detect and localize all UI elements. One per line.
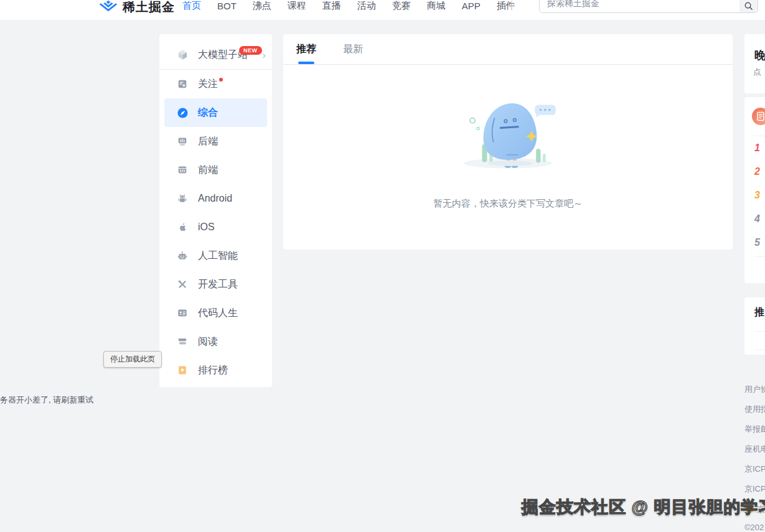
sidebar-item-label: 关注 [198,78,218,91]
nav-item-home[interactable]: 首页 [182,0,201,12]
sidebar-item-label: iOS [198,222,215,233]
rank-number: 3 [754,190,760,201]
footer-link-icp-1[interactable]: 京ICP [744,464,765,475]
sidebar-item-comprehensive[interactable]: 综合 [164,98,267,127]
nav-item-events[interactable]: 活动 [357,0,376,12]
nav-item-contest[interactable]: 竞赛 [392,0,411,12]
recommend-card-divider [754,331,765,332]
rank-number: 2 [754,166,760,177]
footer-link-icp-2[interactable]: 京ICP [744,483,765,495]
idcard-icon [176,307,189,319]
sidebar-item-backend[interactable]: 后端 [159,127,272,156]
book-icon [176,335,189,348]
article-rank-icon [752,108,765,128]
tab-latest[interactable]: 最新 [343,34,363,65]
sidebar-item-label: 后端 [198,135,218,148]
sidebar-item-label: 综合 [198,106,218,119]
recommend-card-title: 推 [754,306,764,319]
search-button[interactable] [739,0,758,12]
greeting-title: 晚 [754,48,765,63]
nav-item-courses[interactable]: 课程 [288,0,306,12]
active-tab-indicator [298,62,314,64]
nav-item-bot[interactable]: BOT [217,1,237,11]
sidebar-item-frontend[interactable]: 前端 [159,156,272,184]
sidebar-item-ranking[interactable]: 排行榜 [159,356,272,385]
browser-status-tooltip: 停止加载此页 [103,351,162,368]
new-badge: NEW [239,46,262,55]
follow-icon [176,78,189,90]
chevron-right-icon: › [262,50,266,60]
search-box [539,0,758,13]
sidebar-item-follow[interactable]: 关注 [159,70,272,98]
greeting-card: 晚 点 [744,34,765,93]
search-icon [744,1,753,12]
article-rank-card: 1 2 3 4 5 [744,97,765,283]
copyright-text: ©202 [744,523,764,532]
sidebar-item-label: 阅读 [198,335,218,348]
rank-number: 4 [754,213,760,225]
empty-state: 暂无内容，快来该分类下写文章吧～ [283,65,733,210]
footer-link-phone[interactable]: 座机电 [744,444,765,455]
sidebar-item-reading[interactable]: 阅读 [159,327,272,356]
empty-blob-illustration [449,96,567,172]
sidebar-item-career[interactable]: 代码人生 [159,299,272,327]
main-nav: 首页 BOT 沸点 课程 直播 活动 竞赛 商城 APP 插件 [174,0,523,13]
tab-recommended[interactable]: 推荐 [296,34,316,65]
sidebar-item-ios[interactable]: iOS [159,213,272,241]
sidebar-item-label: 排行榜 [198,364,228,377]
empty-state-text: 暂无内容，快来该分类下写文章吧～ [433,198,583,210]
category-sidebar: 大模型子站 NEW › 关注 综合 [159,34,272,387]
robot-icon [176,250,189,262]
recommend-card: 推 [744,297,765,355]
juejin-logo[interactable]: 稀土掘金 [99,0,175,16]
sidebar-item-label: Android [198,193,232,204]
footer-link-user-agreement[interactable]: 用户协 [744,384,765,395]
recommend-card-divider [754,350,765,350]
red-dot-badge [219,78,223,82]
top-nav-bar: 稀土掘金 首页 BOT 沸点 课程 直播 活动 竞赛 商城 APP 插件 [0,0,765,21]
greeting-subtitle[interactable]: 点 [753,67,761,78]
right-rail: 晚 点 1 2 3 [744,34,765,355]
nav-item-app[interactable]: APP [462,1,481,11]
rank-row[interactable]: 2 [754,160,765,184]
rank-row[interactable]: 3 [754,184,765,207]
nav-divider [512,1,512,11]
sidebar-item-label: 代码人生 [198,307,238,320]
search-input[interactable] [540,0,739,12]
compass-icon [176,106,189,119]
juejin-page: 稀土掘金 首页 BOT 沸点 课程 直播 活动 竞赛 商城 APP 插件 [0,0,765,532]
rank-row[interactable]: 4 [754,207,765,231]
rank-row[interactable]: 1 [754,136,765,160]
sidebar-item-label: 人工智能 [198,250,238,263]
android-icon [176,192,189,205]
footer-link-report-email[interactable]: 举报邮 [744,424,765,435]
sidebar-item-label: 前端 [198,164,218,177]
feed-tabbar: 推荐 最新 [283,34,733,65]
rank-list: 1 2 3 4 5 [754,136,765,254]
watermark-text: 掘金技术社区 @ 明目张胆的学习 [522,496,765,518]
juejin-logo-icon [99,0,118,16]
cube-icon [176,49,189,61]
sidebar-item-devtools[interactable]: 开发工具 [159,270,272,299]
rank-card-bottom-divider [754,256,765,257]
rank-number: 5 [754,237,760,248]
sidebar-item-llm-substation[interactable]: 大模型子站 NEW › [159,40,272,69]
frontend-window-icon [176,164,189,176]
nav-item-mall[interactable]: 商城 [427,0,446,12]
rank-number: 1 [754,142,760,154]
sidebar-item-label: 开发工具 [198,278,238,291]
server-icon [176,135,189,147]
nav-item-pins[interactable]: 沸点 [253,0,271,12]
tools-icon [176,278,189,291]
apple-icon [176,221,189,233]
trophy-icon [176,364,189,376]
logo-text: 稀土掘金 [123,0,175,16]
server-error-message: 务器开小差了, 请刷新重试 [0,394,93,406]
footer-link-guide[interactable]: 使用指 [744,404,765,415]
sidebar-item-android[interactable]: Android [159,184,272,213]
nav-item-live[interactable]: 直播 [322,0,341,12]
sidebar-item-ai[interactable]: 人工智能 [159,241,272,270]
nav-item-plugin[interactable]: 插件 [497,0,515,12]
feed-panel: 推荐 最新 [283,34,733,250]
rank-row[interactable]: 5 [754,231,765,254]
